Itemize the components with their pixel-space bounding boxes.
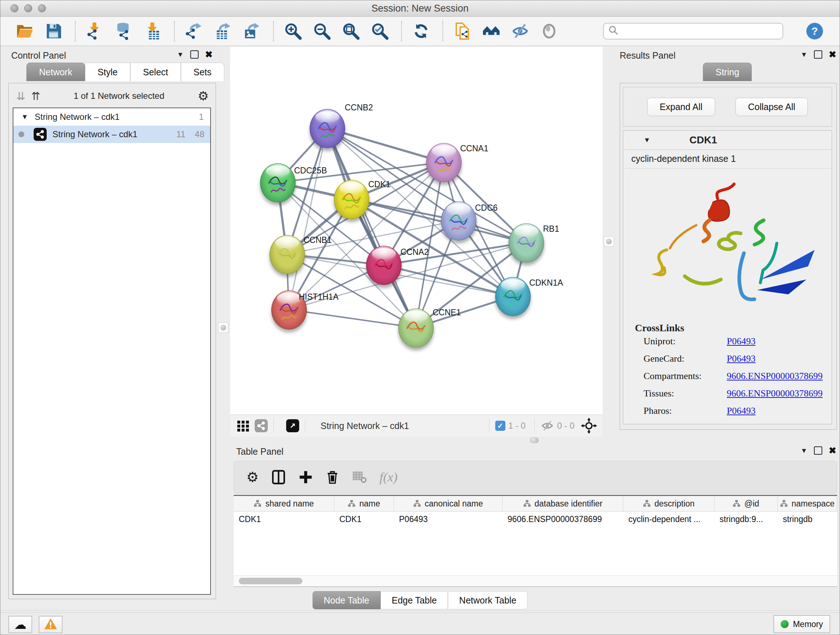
toolbar-separator	[273, 21, 274, 41]
tab-edge-table[interactable]: Edge Table	[381, 591, 448, 609]
control-panel-float-icon[interactable]	[190, 50, 199, 59]
table-panel-float-icon[interactable]	[814, 447, 822, 455]
application-window: Session: New Session ? Control Panel ▼ ✖…	[0, 0, 840, 635]
column-header-name[interactable]: name	[334, 496, 394, 511]
collapse-all-button[interactable]: Collapse All	[736, 98, 808, 116]
left-splitter-handle[interactable]	[218, 323, 228, 333]
column-header-namespace[interactable]: namespace	[778, 496, 837, 511]
delete-column-trash-icon[interactable]	[325, 470, 340, 485]
network-node-CDK1[interactable]	[334, 180, 369, 219]
table-panel-close-icon[interactable]: ✖	[829, 447, 836, 454]
scrollbar-thumb[interactable]	[239, 578, 302, 584]
network-node-CDKN1A[interactable]	[495, 277, 531, 316]
results-panel-float-icon[interactable]	[814, 50, 822, 59]
grid-view-icon[interactable]	[237, 419, 249, 432]
column-header-description[interactable]: description	[623, 496, 714, 511]
hidden-eye-icon[interactable]	[540, 419, 554, 432]
crosslink-link[interactable]: 9606.ENSP00000378699	[727, 371, 823, 382]
cloud-services-button[interactable]: ☁	[8, 616, 32, 633]
import-table-file-button[interactable]	[143, 21, 163, 41]
tab-string[interactable]: String	[703, 63, 752, 81]
network-collection-row[interactable]: ▼ String Network – cdk1 1	[13, 108, 210, 126]
show-columns-icon[interactable]	[271, 470, 286, 485]
selected-checkbox-icon[interactable]: ✓	[495, 421, 505, 431]
birdseye-view-icon[interactable]	[286, 419, 299, 432]
export-table-button[interactable]	[213, 21, 233, 41]
import-network-file-button[interactable]	[85, 21, 104, 41]
expand-all-tree-icon[interactable]: ⇈	[31, 90, 40, 103]
network-node-CCNB2[interactable]	[309, 109, 345, 148]
crosslink-label: GeneCard:	[644, 353, 727, 364]
zoom-in-button[interactable]	[283, 21, 303, 41]
protein-thumbnail	[316, 121, 338, 140]
table-horizontal-scrollbar[interactable]	[234, 575, 837, 586]
network-view-icon[interactable]	[255, 419, 268, 432]
node-table[interactable]: shared namenamecanonical namedatabase id…	[234, 495, 837, 587]
crosslink-link[interactable]: 9606.ENSP00000378699	[727, 388, 823, 399]
show-hide-graphics-details-button[interactable]	[510, 21, 530, 41]
tab-node-table[interactable]: Node Table	[313, 591, 381, 609]
network-node-RB1[interactable]	[508, 223, 544, 263]
expand-all-button[interactable]: Expand All	[647, 98, 715, 116]
import-network-database-button[interactable]	[114, 21, 134, 41]
entry-expander-icon[interactable]: ▼	[644, 136, 651, 144]
network-node-CDC25B[interactable]	[260, 163, 295, 203]
column-header-shared-name[interactable]: shared name	[234, 496, 334, 511]
result-entry-header[interactable]: ▼ CDK1	[623, 131, 832, 150]
network-node-CCNA2[interactable]	[366, 246, 401, 285]
column-header-canonical-name[interactable]: canonical name	[394, 496, 502, 511]
crosslink-label: Compartments:	[644, 371, 727, 382]
table-panel-title: Table Panel	[236, 447, 284, 457]
collapse-all-tree-icon[interactable]: ⇊	[16, 90, 25, 103]
results-panel-menu-icon[interactable]: ▼	[801, 51, 807, 59]
tab-select[interactable]: Select	[130, 63, 180, 81]
warnings-button[interactable]	[39, 616, 63, 633]
crosslink-link[interactable]: P06493	[727, 353, 755, 364]
help-button[interactable]: ?	[806, 23, 823, 40]
table-options-gear-icon[interactable]: ⚙	[246, 469, 259, 485]
zoom-out-button[interactable]	[312, 21, 332, 41]
results-panel-close-icon[interactable]: ✖	[829, 51, 836, 58]
table-row[interactable]: CDK1CDK1P064939606.ENSP00000378699cyclin…	[234, 511, 837, 527]
right-splitter-handle[interactable]	[604, 236, 614, 247]
new-network-from-selection-button[interactable]	[453, 21, 472, 41]
refresh-layout-button[interactable]	[411, 21, 431, 41]
crosslink-link[interactable]: P06493	[727, 336, 755, 347]
tab-style[interactable]: Style	[85, 63, 131, 81]
column-header-database-identifier[interactable]: database identifier	[502, 496, 623, 511]
search-input[interactable]	[619, 26, 772, 36]
export-image-button[interactable]	[242, 21, 262, 41]
node-label-CCNE1: CCNE1	[433, 308, 461, 318]
results-panel-title: Results Panel	[620, 50, 676, 61]
tree-expander-icon[interactable]: ▼	[21, 113, 28, 121]
network-node-CCNE1[interactable]	[398, 309, 434, 348]
bottom-splitter-handle[interactable]	[530, 437, 538, 443]
toolbar-separator	[174, 21, 175, 41]
search-icon	[608, 25, 619, 37]
open-file-button[interactable]	[15, 21, 34, 41]
export-network-button[interactable]	[184, 21, 204, 41]
network-options-gear-icon[interactable]: ⚙	[198, 89, 209, 103]
network-node-CDC6[interactable]	[441, 201, 477, 241]
zoom-fit-button[interactable]	[341, 21, 361, 41]
control-panel-close-icon[interactable]: ✖	[205, 51, 213, 58]
network-row[interactable]: String Network – cdk1 11 48	[13, 126, 210, 143]
network-node-CCNB1[interactable]	[270, 235, 305, 274]
tab-sets[interactable]: Sets	[181, 63, 224, 81]
memory-button[interactable]: Memory	[774, 615, 830, 633]
return-home-button[interactable]	[482, 21, 501, 41]
tab-network-table[interactable]: Network Table	[448, 591, 527, 609]
pan-crosshair-icon[interactable]	[581, 418, 597, 434]
table-panel-menu-icon[interactable]: ▼	[801, 447, 807, 455]
network-node-CCNA1[interactable]	[426, 143, 462, 182]
column-header--id[interactable]: @id	[714, 496, 778, 511]
zoom-selected-button[interactable]	[370, 21, 390, 41]
tab-network[interactable]: Network	[27, 63, 85, 81]
save-session-button[interactable]	[44, 21, 63, 41]
column-header-label: @id	[744, 499, 759, 509]
network-canvas[interactable]: CCNB2CCNA1CDC25BCDK1CDC6RB1CCNB1CCNA2CDK…	[230, 47, 603, 415]
crosslink-link[interactable]: P06493	[727, 405, 755, 416]
control-panel-menu-icon[interactable]: ▼	[177, 51, 184, 59]
search-box[interactable]	[603, 23, 783, 40]
add-column-icon[interactable]	[298, 470, 313, 485]
